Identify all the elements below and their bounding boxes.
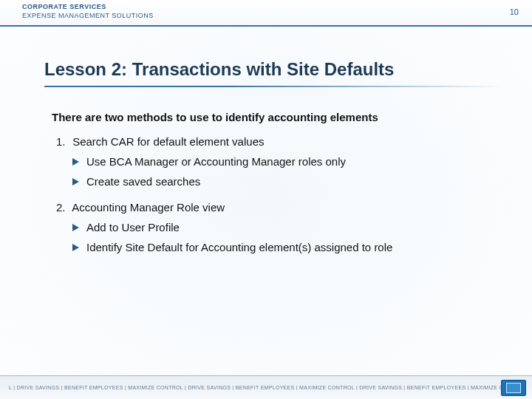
sub-item: Add to User Profile <box>72 221 495 233</box>
sub-item-text: Create saved searches <box>86 175 200 188</box>
top-bar: CORPORATE SERVICES EXPENSE MANAGEMENT SO… <box>0 0 532 27</box>
item-text: Search CAR for default element values <box>72 135 264 148</box>
footer-tagline: L | DRIVE SAVINGS | BENEFIT EMPLOYEES | … <box>9 385 501 390</box>
amex-logo-icon <box>501 380 526 396</box>
item-number: 1. <box>56 135 69 148</box>
list-item: 2. Accounting Manager Role view <box>56 201 495 214</box>
title-underline <box>44 86 502 87</box>
item-number: 2. <box>56 201 69 214</box>
sub-item: Use BCA Manager or Accounting Manager ro… <box>72 155 495 168</box>
slide-title: Lesson 2: Transactions with Site Default… <box>44 59 502 86</box>
sub-item-text: Add to User Profile <box>86 221 180 233</box>
sub-item-text: Identify Site Default for Accounting ele… <box>86 241 392 253</box>
amex-inner-icon <box>506 383 521 393</box>
item-text: Accounting Manager Role view <box>72 201 225 214</box>
list-item: 1. Search CAR for default element values <box>56 135 495 148</box>
page-number: 10 <box>510 3 519 16</box>
brand-line-2: EXPENSE MANAGEMENT SOLUTIONS <box>22 12 154 21</box>
arrow-icon <box>72 178 79 185</box>
intro-text: There are two methods to use to identify… <box>52 111 495 123</box>
sub-item: Create saved searches <box>72 175 495 188</box>
brand-line-1: CORPORATE SERVICES <box>22 3 154 12</box>
sub-item-text: Use BCA Manager or Accounting Manager ro… <box>86 155 346 168</box>
brand-block: CORPORATE SERVICES EXPENSE MANAGEMENT SO… <box>22 3 154 20</box>
title-block: Lesson 2: Transactions with Site Default… <box>44 59 502 87</box>
arrow-icon <box>72 158 79 166</box>
content-area: There are two methods to use to identify… <box>52 111 495 255</box>
sub-item: Identify Site Default for Accounting ele… <box>72 241 495 253</box>
slide: CORPORATE SERVICES EXPENSE MANAGEMENT SO… <box>0 0 532 399</box>
arrow-icon <box>72 224 79 231</box>
arrow-icon <box>72 244 79 251</box>
footer-ribbon: L | DRIVE SAVINGS | BENEFIT EMPLOYEES | … <box>0 375 532 399</box>
